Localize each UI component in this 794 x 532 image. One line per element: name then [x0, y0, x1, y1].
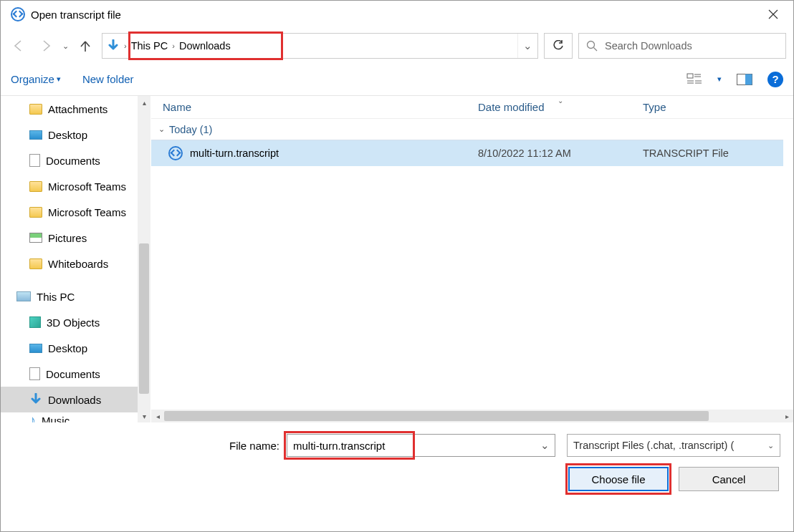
sidebar-item-whiteboards[interactable]: Whiteboards — [1, 251, 150, 276]
transcript-file-icon — [168, 146, 183, 160]
help-icon[interactable]: ? — [767, 72, 783, 87]
document-icon — [29, 367, 40, 380]
file-name: multi-turn.transcript — [190, 147, 279, 159]
search-placeholder: Search Downloads — [605, 40, 692, 52]
chevron-right-icon[interactable]: › — [124, 42, 127, 50]
folder-icon — [29, 181, 42, 192]
app-icon — [11, 7, 25, 21]
chevron-down-icon: ⌄ — [767, 441, 774, 450]
folder-icon — [29, 207, 42, 218]
address-dropdown-icon[interactable]: ⌄ — [517, 34, 537, 58]
preview-pane-icon[interactable] — [735, 71, 755, 88]
address-bar[interactable]: › This PC › Downloads ⌄ — [102, 33, 538, 59]
cancel-button[interactable]: Cancel — [679, 467, 779, 491]
sidebar-item-music[interactable]: ♪Music — [1, 412, 150, 422]
filename-input[interactable]: ⌄ — [287, 434, 555, 457]
sidebar-item-this-pc[interactable]: This PC — [1, 284, 150, 309]
chevron-down-icon: ▾ — [57, 74, 61, 84]
sidebar-item-3d-objects[interactable]: 3D Objects — [1, 309, 150, 335]
file-row[interactable]: multi-turn.transcript 8/10/2022 11:12 AM… — [151, 140, 783, 166]
scroll-thumb[interactable] — [139, 243, 149, 394]
sort-indicator-icon: ⌄ — [558, 97, 563, 105]
sidebar: Attachments Desktop Documents Microsoft … — [1, 96, 151, 422]
pictures-icon — [29, 233, 42, 243]
filename-field[interactable] — [287, 435, 535, 456]
pc-icon — [16, 291, 31, 301]
search-input[interactable]: Search Downloads — [578, 33, 786, 59]
monitor-icon — [29, 344, 42, 353]
sidebar-item-teams[interactable]: Microsoft Teams — [1, 173, 150, 199]
file-type-filter[interactable]: Transcript Files (.chat, .transcript) ( … — [567, 434, 780, 457]
view-dropdown-icon[interactable]: ▾ — [717, 74, 722, 84]
back-icon[interactable] — [8, 35, 29, 57]
refresh-icon[interactable] — [544, 33, 573, 59]
sidebar-item-pictures[interactable]: Pictures — [1, 225, 150, 251]
cube-icon — [29, 316, 41, 328]
scroll-thumb[interactable] — [164, 411, 709, 421]
breadcrumb-segment[interactable]: This PC — [131, 40, 168, 52]
sidebar-item-teams[interactable]: Microsoft Teams — [1, 199, 150, 225]
new-folder-button[interactable]: New folder — [82, 73, 134, 85]
downloads-icon — [107, 39, 120, 52]
file-date: 8/10/2022 11:12 AM — [478, 147, 643, 159]
sidebar-item-downloads[interactable]: Downloads — [1, 387, 150, 412]
sidebar-scrollbar[interactable]: ▴ ▾ — [138, 96, 150, 422]
up-icon[interactable] — [75, 35, 96, 57]
chevron-down-icon: ⌄ — [158, 125, 165, 134]
chevron-right-icon[interactable]: › — [172, 42, 175, 50]
file-type: TRANSCRIPT File — [643, 147, 783, 159]
svg-rect-3 — [745, 74, 752, 84]
svg-point-0 — [588, 42, 595, 49]
breadcrumb-segment[interactable]: Downloads — [179, 40, 231, 52]
sidebar-item-attachments[interactable]: Attachments — [1, 96, 150, 122]
file-list-pane: Name ⌄Date modified Type ⌄ Today (1) mul… — [151, 96, 793, 422]
navigation-bar: ⌄ › This PC › Downloads ⌄ Search Downloa… — [1, 28, 793, 64]
column-date[interactable]: ⌄Date modified — [478, 101, 643, 113]
organize-menu[interactable]: Organize ▾ — [11, 73, 61, 85]
sidebar-item-desktop[interactable]: Desktop — [1, 122, 150, 147]
scroll-down-icon[interactable]: ▾ — [138, 410, 150, 422]
close-icon[interactable] — [757, 1, 789, 28]
scroll-right-icon[interactable]: ▸ — [780, 410, 793, 422]
footer: File name: ⌄ Transcript Files (.chat, .t… — [1, 422, 793, 495]
folder-icon — [29, 104, 42, 115]
folder-icon — [29, 258, 42, 269]
filename-label: File name: — [229, 440, 279, 452]
svg-rect-1 — [687, 74, 693, 78]
document-icon — [29, 154, 40, 167]
toolbar: Organize ▾ New folder ▾ ? — [1, 64, 793, 95]
sidebar-item-documents[interactable]: Documents — [1, 147, 150, 173]
search-icon — [586, 40, 598, 52]
window-title: Open transcript file — [31, 9, 121, 21]
scroll-up-icon[interactable]: ▴ — [138, 96, 150, 109]
recent-locations-icon[interactable]: ⌄ — [62, 42, 69, 51]
monitor-icon — [29, 130, 42, 140]
download-icon — [29, 393, 42, 406]
horizontal-scrollbar[interactable]: ◂ ▸ — [151, 410, 793, 422]
music-icon: ♪ — [29, 413, 36, 423]
forward-icon[interactable] — [35, 35, 57, 57]
sidebar-item-documents[interactable]: Documents — [1, 361, 150, 387]
scroll-left-icon[interactable]: ◂ — [151, 410, 164, 422]
choose-file-button[interactable]: Choose file — [568, 467, 669, 491]
column-headers: Name ⌄Date modified Type — [151, 96, 793, 119]
title-bar: Open transcript file — [1, 1, 793, 28]
column-name[interactable]: Name — [163, 101, 478, 113]
view-mode-icon[interactable] — [684, 71, 704, 88]
column-type[interactable]: Type — [643, 101, 793, 113]
filename-dropdown-icon[interactable]: ⌄ — [535, 435, 555, 456]
sidebar-item-desktop[interactable]: Desktop — [1, 335, 150, 361]
group-header[interactable]: ⌄ Today (1) — [151, 119, 783, 140]
